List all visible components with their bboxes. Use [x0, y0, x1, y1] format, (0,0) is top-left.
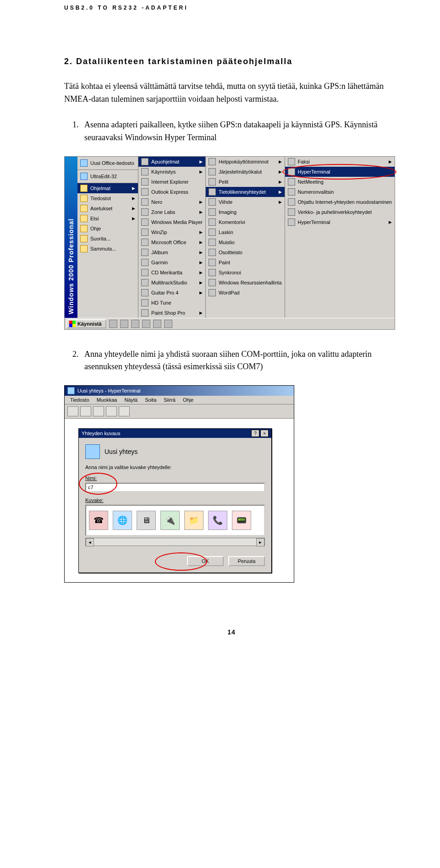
- menu-item[interactable]: Numeronvalitsin: [285, 187, 395, 197]
- menu-label: Ohje: [90, 226, 101, 231]
- icon-scrollbar[interactable]: ◄ ►: [85, 538, 265, 546]
- scroll-right-button[interactable]: ►: [256, 538, 264, 546]
- folder-icon: [141, 309, 148, 317]
- cancel-button[interactable]: Peruuta: [228, 556, 265, 566]
- icon-option[interactable]: 🌐: [113, 511, 132, 530]
- menu-item[interactable]: Outlook Express: [138, 187, 205, 197]
- menu-item[interactable]: Windows Media Player: [138, 217, 205, 227]
- menu-item[interactable]: Pelit▶: [206, 177, 285, 187]
- menu-item[interactable]: Paint: [206, 257, 285, 267]
- menu-item[interactable]: CD Merikartta▶: [138, 267, 205, 278]
- menu-item[interactable]: Tietoliikenneyhteydet▶: [206, 187, 285, 197]
- menu-item[interactable]: Nero▶: [138, 197, 205, 207]
- submenu-arrow-icon: ▶: [199, 230, 203, 235]
- folder-icon: [288, 198, 295, 206]
- menu-item[interactable]: WinZip▶: [138, 227, 205, 237]
- menu-item[interactable]: Paint Shop Pro▶: [138, 308, 205, 318]
- menu-item[interactable]: Apuohjelmat▶: [138, 157, 205, 167]
- dialog-close-button[interactable]: ×: [260, 430, 269, 437]
- ok-button[interactable]: OK: [187, 556, 224, 566]
- submenu-arrow-icon: ▶: [132, 216, 135, 221]
- menu-item[interactable]: Asetukset▶: [77, 203, 138, 213]
- toolbar-button[interactable]: [67, 406, 78, 416]
- taskbar-quicklaunch-icon[interactable]: [142, 320, 150, 328]
- toolbar-button[interactable]: [119, 406, 130, 416]
- menu-item[interactable]: HyperTerminal: [285, 167, 395, 177]
- taskbar-quicklaunch-icon[interactable]: [164, 320, 172, 328]
- window-menubar: Tiedosto Muokkaa Näytä Soita Siirrä Ohje: [65, 396, 294, 404]
- lead-paragraph: Tätä kohtaa ei yleensä välttämättä tarvi…: [64, 80, 399, 106]
- submenu-arrow-icon: ▶: [389, 220, 392, 224]
- toolbar-button[interactable]: [80, 406, 91, 416]
- menu-item[interactable]: Helppokäyttötoiminnot▶: [206, 157, 285, 167]
- toolbar-button[interactable]: [106, 406, 117, 416]
- start-button[interactable]: Käynnistä: [66, 319, 106, 328]
- menu-label: Laskin: [219, 229, 233, 235]
- start-top-item[interactable]: UltraEdit-32: [77, 170, 138, 183]
- menu-item[interactable]: Muistio: [206, 237, 285, 247]
- menu-item[interactable]: Ohjattu Internet-yhteyden muodostaminen: [285, 197, 395, 207]
- menu-item[interactable]: Windows Resurssienhallinta: [206, 278, 285, 288]
- submenu-arrow-icon: ▶: [132, 206, 135, 211]
- icon-option[interactable]: 📞: [208, 511, 227, 530]
- folder-icon: [141, 229, 148, 236]
- menu-edit[interactable]: Muokkaa: [94, 397, 120, 403]
- submenu-arrow-icon: ▶: [279, 180, 282, 184]
- menu-item[interactable]: Etsi▶: [77, 213, 138, 224]
- menu-help[interactable]: Ohje: [180, 397, 196, 403]
- menu-item[interactable]: MultitrackStudio▶: [138, 278, 205, 288]
- icon-option[interactable]: 🔌: [160, 511, 180, 530]
- toolbar-button[interactable]: [93, 406, 104, 416]
- menu-view[interactable]: Näytä: [121, 397, 140, 403]
- menu-item[interactable]: JAlbum▶: [138, 247, 205, 257]
- menu-transfer[interactable]: Siirrä: [161, 397, 178, 403]
- dialog-help-button[interactable]: ?: [251, 430, 259, 437]
- menu-item[interactable]: Suorita...: [77, 234, 138, 244]
- menu-item[interactable]: Komentorivi: [206, 217, 285, 227]
- icon-option[interactable]: 🖥: [137, 511, 156, 530]
- menu-item[interactable]: Garmin▶: [138, 257, 205, 267]
- menu-item[interactable]: NetMeeting: [285, 177, 395, 187]
- menu-file[interactable]: Tiedosto: [67, 397, 92, 403]
- menu-item[interactable]: HyperTerminal▶: [285, 217, 395, 227]
- menu-item[interactable]: Imaging: [206, 207, 285, 217]
- menu-label: HyperTerminal: [298, 169, 330, 175]
- window-titlebar: Uusi yhteys - HyperTerminal: [65, 386, 294, 396]
- menu-item[interactable]: Osoitteisto: [206, 247, 285, 257]
- menu-item[interactable]: Viihde▶: [206, 197, 285, 207]
- icon-option[interactable]: 📟: [232, 511, 251, 530]
- menu-call[interactable]: Soita: [142, 397, 159, 403]
- menu-item[interactable]: Käynnistys▶: [138, 167, 205, 177]
- submenu-arrow-icon: ▶: [199, 290, 203, 295]
- icon-picker[interactable]: ☎ 🌐 🖥 🔌 📁 📞 📟: [85, 505, 265, 536]
- taskbar-quicklaunch-icon[interactable]: [120, 320, 128, 328]
- folder-icon: [80, 245, 88, 252]
- icon-option[interactable]: ☎: [89, 511, 108, 530]
- menu-item[interactable]: Järjestelmätyökalut▶: [206, 167, 285, 177]
- icon-option[interactable]: 📁: [184, 511, 204, 530]
- menu-item[interactable]: Synkronoi: [206, 267, 285, 278]
- menu-label: Viihde: [219, 199, 232, 205]
- menu-item[interactable]: Internet Explorer: [138, 177, 205, 187]
- menu-label: Numeronvalitsin: [298, 189, 334, 195]
- menu-item[interactable]: Faksi▶: [285, 157, 395, 167]
- menu-item[interactable]: Verkko- ja puhelinverkkoyhteydet: [285, 207, 395, 217]
- menu-item[interactable]: HD Tune: [138, 298, 205, 308]
- menu-item[interactable]: Microsoft Office▶: [138, 237, 205, 247]
- taskbar-quicklaunch-icon[interactable]: [109, 320, 117, 328]
- start-top-item[interactable]: Uusi Office-tiedosto: [77, 157, 138, 170]
- menu-item[interactable]: Ohjelmat▶: [77, 183, 138, 193]
- menu-item[interactable]: Laskin: [206, 227, 285, 237]
- menu-item[interactable]: Sammuta...: [77, 244, 138, 254]
- menu-item[interactable]: Zone Labs▶: [138, 207, 205, 217]
- menu-item[interactable]: Tiedostot▶: [77, 193, 138, 203]
- submenu-arrow-icon: ▶: [199, 169, 203, 174]
- menu-item[interactable]: Ohje: [77, 224, 138, 234]
- menu-item[interactable]: Guitar Pro 4▶: [138, 288, 205, 298]
- menu-item[interactable]: WordPad: [206, 288, 285, 298]
- taskbar-quicklaunch-icon[interactable]: [131, 320, 139, 328]
- scroll-left-button[interactable]: ◄: [86, 538, 94, 546]
- folder-icon: [209, 239, 216, 246]
- taskbar-quicklaunch-icon[interactable]: [153, 320, 161, 328]
- connection-name-input[interactable]: [85, 483, 265, 492]
